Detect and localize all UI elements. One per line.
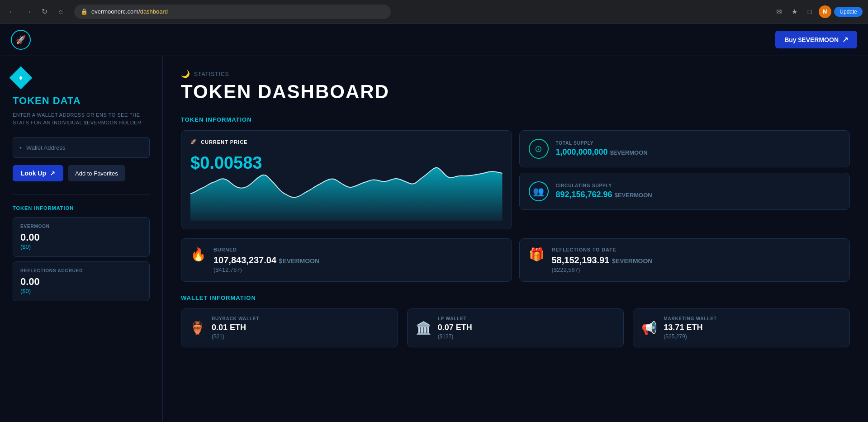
buy-button-label: Buy $EVERMOON bbox=[784, 36, 839, 43]
tab-icon[interactable]: □ bbox=[803, 5, 816, 18]
marketing-content: MARKETING WALLET 13.71 ETH ($25,279) bbox=[664, 316, 716, 340]
buyback-content: BUYBACK WALLET 0.01 ETH ($21) bbox=[212, 316, 259, 340]
reflections-to-date-card: 🎁 REFLECTIONS TO DATE 58,152,193.91 $EVE… bbox=[519, 238, 850, 282]
burned-value: 107,843,237.04 $EVERMOON bbox=[213, 255, 319, 266]
current-price-value: $0.00583 bbox=[190, 153, 262, 173]
url-text: evermoonerc.com/dashboard bbox=[91, 8, 168, 15]
price-rocket-icon: 🚀 bbox=[190, 139, 197, 145]
lp-usd: ($127) bbox=[438, 333, 472, 340]
moon-icon: 🌙 bbox=[181, 70, 190, 78]
reflections-label: REFLECTIONS ACCRUED bbox=[20, 268, 142, 273]
current-price-label: CURRENT PRICE bbox=[201, 139, 247, 145]
total-supply-icon: ⊙ bbox=[529, 139, 549, 159]
page-title: TOKEN DASHBOARD bbox=[181, 81, 850, 103]
circulating-supply-label: CIRCULATING SUPPLY bbox=[556, 183, 652, 188]
burned-content: BURNED 107,843,237.04 $EVERMOON ($412,78… bbox=[213, 247, 319, 273]
reflections-card: REFLECTIONS ACCRUED 0.00 ($0) bbox=[13, 261, 150, 301]
buyback-wallet-card: 🏺 BUYBACK WALLET 0.01 ETH ($21) bbox=[181, 308, 398, 347]
fire-icon: 🔥 bbox=[190, 247, 206, 262]
wallet-info-heading: WALLET INFORMATION bbox=[181, 294, 850, 301]
reflections-usd: ($0) bbox=[20, 288, 142, 294]
reflections-value: 0.00 bbox=[20, 276, 142, 288]
buy-evermoon-button[interactable]: Buy $EVERMOON ↗ bbox=[775, 31, 857, 48]
wallet-input[interactable] bbox=[26, 144, 143, 151]
reflections-amount: 58,152,193.91 bbox=[552, 255, 610, 265]
diamond-icon: ♦ bbox=[9, 66, 33, 90]
profile-button[interactable]: M bbox=[819, 5, 831, 18]
burned-card: 🔥 BURNED 107,843,237.04 $EVERMOON ($412,… bbox=[181, 238, 512, 282]
action-buttons: Look Up ↗ Add to Favorites bbox=[13, 165, 150, 181]
sidebar-divider bbox=[13, 194, 150, 194]
browser-chrome: ← → ↻ ⌂ 🔒 evermoonerc.com/dashboard ✉ ★ … bbox=[0, 0, 868, 24]
logo-button[interactable]: 🚀 bbox=[11, 30, 31, 50]
diamond-inner: ♦ bbox=[19, 74, 23, 82]
buyback-label: BUYBACK WALLET bbox=[212, 316, 259, 321]
stats-label: 🌙 STATISTICS bbox=[181, 70, 850, 78]
marketing-label: MARKETING WALLET bbox=[664, 316, 716, 321]
arrow-icon: ↗ bbox=[842, 35, 848, 44]
evermoon-balance-card: EVERMOON 0.00 ($0) bbox=[13, 217, 150, 257]
lp-icon: 🏛️ bbox=[416, 321, 432, 336]
sidebar-description: ENTER A WALLET ADDRESS OR ENS TO SEE THE… bbox=[13, 111, 150, 126]
back-button[interactable]: ← bbox=[5, 5, 18, 18]
burned-amount: 107,843,237.04 bbox=[213, 255, 276, 265]
buyback-value: 0.01 ETH bbox=[212, 323, 259, 332]
bookmark-icon[interactable]: ✉ bbox=[773, 5, 785, 18]
evermoon-usd: ($0) bbox=[20, 243, 142, 250]
buyback-usd: ($21) bbox=[212, 333, 259, 340]
circulating-supply-card: 👥 CIRCULATING SUPPLY 892,156,762.96 $EVE… bbox=[519, 173, 850, 210]
marketing-icon: 📢 bbox=[641, 321, 657, 336]
evermoon-label: EVERMOON bbox=[20, 224, 142, 229]
evermoon-value: 0.00 bbox=[20, 232, 142, 243]
lookup-button[interactable]: Look Up ↗ bbox=[13, 165, 63, 181]
total-supply-card: ⊙ TOTAL SUPPLY 1,000,000,000 $EVERMOON bbox=[519, 130, 850, 167]
stats-label-text: STATISTICS bbox=[194, 71, 229, 77]
circulating-supply-value: 892,156,762.96 $EVERMOON bbox=[556, 190, 652, 199]
circulating-supply-icon: 👥 bbox=[529, 181, 549, 201]
lookup-label: Look Up bbox=[21, 170, 46, 177]
reflections-unit: $EVERMOON bbox=[612, 257, 652, 265]
stats-cards: ⊙ TOTAL SUPPLY 1,000,000,000 $EVERMOON 👥… bbox=[519, 130, 850, 229]
gift-icon: 🎁 bbox=[529, 247, 545, 262]
lp-value: 0.07 ETH bbox=[438, 323, 472, 332]
token-info-grid: 🚀 CURRENT PRICE $0.00583 bbox=[181, 130, 850, 229]
wallet-input-container[interactable]: ▪ bbox=[13, 137, 150, 158]
reflections-to-date-label: REFLECTIONS TO DATE bbox=[552, 247, 653, 252]
buyback-icon: 🏺 bbox=[190, 321, 205, 336]
forward-button[interactable]: → bbox=[22, 5, 34, 18]
price-label-row: 🚀 CURRENT PRICE bbox=[190, 139, 503, 145]
burned-unit: $EVERMOON bbox=[279, 257, 319, 265]
star-icon[interactable]: ★ bbox=[788, 5, 801, 18]
update-button[interactable]: Update bbox=[834, 7, 863, 17]
add-to-favorites-button[interactable]: Add to Favorites bbox=[68, 165, 125, 181]
home-button[interactable]: ⌂ bbox=[54, 5, 67, 18]
marketing-value: 13.71 ETH bbox=[664, 323, 716, 332]
app-header: 🚀 Buy $EVERMOON ↗ bbox=[0, 24, 868, 56]
wallet-info-section: WALLET INFORMATION 🏺 BUYBACK WALLET 0.01… bbox=[181, 294, 850, 347]
lock-icon: 🔒 bbox=[81, 8, 88, 15]
main-content: 🌙 STATISTICS TOKEN DASHBOARD TOKEN INFOR… bbox=[163, 56, 868, 422]
reflections-to-date-value: 58,152,193.91 $EVERMOON bbox=[552, 255, 653, 266]
lp-label: LP WALLET bbox=[438, 316, 472, 321]
browser-actions: ✉ ★ □ M Update bbox=[773, 5, 863, 18]
main-layout: ♦ TOKEN DATA ENTER A WALLET ADDRESS OR E… bbox=[0, 56, 868, 422]
burned-usd: ($412,787) bbox=[213, 266, 319, 273]
reload-button[interactable]: ↻ bbox=[38, 5, 51, 18]
wallet-cards-row: 🏺 BUYBACK WALLET 0.01 ETH ($21) 🏛️ LP WA… bbox=[181, 308, 850, 347]
lp-content: LP WALLET 0.07 ETH ($127) bbox=[438, 316, 472, 340]
total-supply-content: TOTAL SUPPLY 1,000,000,000 $EVERMOON bbox=[556, 141, 648, 157]
lookup-arrow-icon: ↗ bbox=[50, 170, 55, 177]
wallet-icon: ▪ bbox=[19, 144, 22, 151]
sidebar: ♦ TOKEN DATA ENTER A WALLET ADDRESS OR E… bbox=[0, 56, 163, 422]
address-bar[interactable]: 🔒 evermoonerc.com/dashboard bbox=[74, 5, 391, 19]
token-info-section-title: TOKEN INFORMATION bbox=[13, 205, 150, 211]
total-supply-value: 1,000,000,000 $EVERMOON bbox=[556, 147, 648, 157]
price-chart-card: 🚀 CURRENT PRICE $0.00583 bbox=[181, 130, 512, 229]
burned-label: BURNED bbox=[213, 247, 319, 252]
burned-reflections-row: 🔥 BURNED 107,843,237.04 $EVERMOON ($412,… bbox=[181, 238, 850, 282]
marketing-wallet-card: 📢 MARKETING WALLET 13.71 ETH ($25,279) bbox=[633, 308, 850, 347]
lp-wallet-card: 🏛️ LP WALLET 0.07 ETH ($127) bbox=[407, 308, 624, 347]
reflections-to-date-content: REFLECTIONS TO DATE 58,152,193.91 $EVERM… bbox=[552, 247, 653, 273]
sidebar-title: TOKEN DATA bbox=[13, 95, 150, 107]
circulating-supply-content: CIRCULATING SUPPLY 892,156,762.96 $EVERM… bbox=[556, 183, 652, 199]
